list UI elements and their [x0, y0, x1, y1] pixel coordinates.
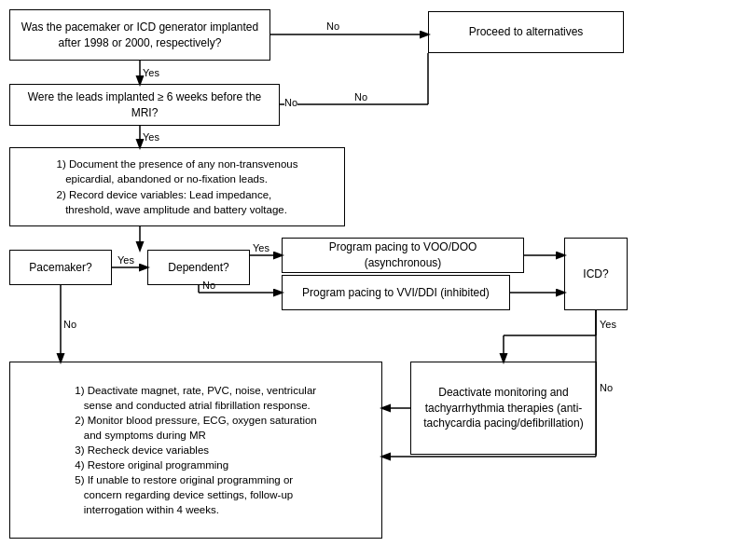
box-q2: Were the leads implanted ≥ 6 weeks befor…: [9, 84, 280, 126]
box-bottom: 1) Deactivate magnet, rate, PVC, noise, …: [9, 362, 382, 539]
box-deactivate-monitor: Deactivate monitoring and tachyarrhythmi…: [410, 362, 597, 455]
svg-text:No: No: [63, 319, 76, 330]
flowchart-container: Was the pacemaker or ICD generator impla…: [0, 0, 746, 560]
svg-text:No: No: [600, 382, 613, 393]
svg-text:Yes: Yes: [143, 67, 159, 78]
svg-text:Yes: Yes: [117, 254, 134, 266]
box-pacemaker: Pacemaker?: [9, 250, 112, 285]
box-alternatives: Proceed to alternatives: [428, 11, 624, 53]
box-voo: Program pacing to VOO/DOO (asynchronous): [282, 238, 524, 273]
label-no-q2: No: [284, 97, 297, 108]
svg-text:No: No: [326, 20, 339, 32]
svg-text:Yes: Yes: [143, 131, 159, 143]
svg-text:Yes: Yes: [253, 242, 269, 253]
box-record: 1) Document the presence of any non-tran…: [9, 147, 345, 226]
box-dependent: Dependent?: [147, 250, 250, 285]
box-icd: ICD?: [564, 238, 628, 310]
svg-text:Yes: Yes: [600, 319, 616, 330]
box-q1: Was the pacemaker or ICD generator impla…: [9, 9, 270, 61]
box-vvi: Program pacing to VVI/DDI (inhibited): [282, 275, 510, 310]
svg-text:No: No: [354, 91, 367, 102]
